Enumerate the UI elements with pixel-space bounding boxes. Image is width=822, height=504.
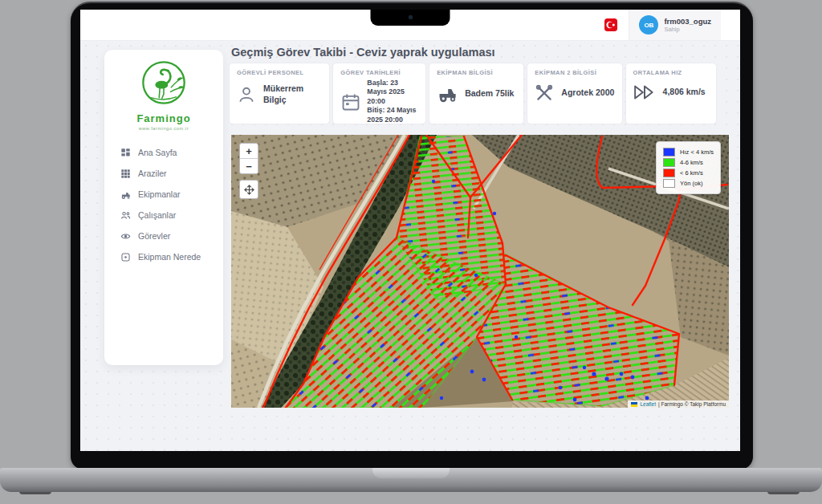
legend-swatch-blue: [663, 148, 675, 156]
card-value: Mükerrem Bilgiç: [263, 83, 322, 105]
workers-icon: [120, 210, 131, 221]
legend-row-fast: < 6 km/s: [663, 168, 714, 178]
satellite-tracks-art: [231, 135, 729, 408]
sidebar-item-label: Ekipmanlar: [138, 189, 181, 199]
camera-notch: [371, 10, 450, 26]
card-value: Agrotek 2000: [561, 87, 614, 99]
card-ekipman-2-bilgisi: EKİPMAN 2 BİLGİSİ Agrotek 2000: [527, 63, 622, 124]
app-screen: OB frm003_oguz Sahip: [80, 10, 740, 451]
flamingo-logo-icon: [139, 58, 189, 108]
sidebar-item-label: Araziler: [138, 169, 167, 178]
sidebar-item-ana-sayfa[interactable]: Ana Sayfa: [104, 142, 223, 163]
legend-row-normal: 4-6 km/s: [663, 157, 714, 168]
tractor-icon: [120, 189, 131, 200]
speed-icon: [633, 83, 656, 101]
locate-frame-icon: [120, 252, 131, 262]
fields-grid-icon: [120, 169, 131, 179]
card-gorev-tarihleri: GÖREV TARİHLERİ Başla: 23 Mayıs 2025 20:…: [332, 63, 426, 124]
sidebar-item-label: Ekipman Nerede: [138, 252, 201, 262]
sidebar-item-ekipman-nerede[interactable]: Ekipman Nerede: [104, 246, 223, 267]
card-ekipman-bilgisi: EKİPMAN BİLGİSİ Badem 75lik: [429, 63, 524, 124]
zoom-out-button[interactable]: −: [240, 159, 258, 173]
map-attribution: Leaflet | Farmingo © Takip Platformu: [628, 400, 729, 408]
card-value: 4,806 km/s: [663, 87, 706, 98]
card-label: GÖREVLİ PERSONEL: [237, 69, 322, 76]
sidebar-nav: Ana Sayfa Araziler Ekipmanlar: [104, 142, 223, 267]
sidebar: Farmingo www.farmingo.com.tr Ana Sayfa: [104, 50, 223, 365]
page-title: Geçmiş Görev Takibi - Ceviz yaprak uygul…: [231, 46, 495, 59]
map-zoom-control: + −: [239, 143, 258, 174]
locate-button[interactable]: [239, 180, 258, 199]
map-canvas[interactable]: + − Hız < 4 km/s 4-6 km/s: [231, 135, 729, 408]
info-cards: GÖREVLİ PERSONEL Mükerrem Bilgiç GÖREV T…: [229, 63, 717, 124]
calendar-icon: [340, 91, 361, 112]
legend-row-slow: Hız < 4 km/s: [663, 147, 714, 157]
zoom-in-button[interactable]: +: [240, 144, 258, 159]
card-value: Başla: 23 Mayıs 2025 20:00: [367, 79, 418, 106]
tools-icon: [535, 83, 554, 103]
user-role: Sahip: [664, 26, 711, 33]
card-label: ORTALAMA HIZ: [633, 69, 709, 76]
map-legend: Hız < 4 km/s 4-6 km/s < 6 km/s Yön (ok): [656, 141, 721, 194]
sidebar-item-calisanlar[interactable]: Çalışanlar: [104, 205, 223, 226]
sidebar-item-label: Çalışanlar: [138, 210, 176, 220]
legend-swatch-white: [663, 179, 675, 188]
brand-logo[interactable]: Farmingo www.farmingo.com.tr: [104, 50, 223, 131]
legend-swatch-green: [663, 158, 675, 167]
legend-swatch-red: [663, 169, 675, 177]
card-label: EKİPMAN 2 BİLGİSİ: [535, 69, 614, 76]
avatar[interactable]: OB: [639, 15, 658, 35]
brand-name: Farmingo: [104, 112, 223, 124]
webcam-icon: [409, 15, 413, 19]
laptop-mockup: OB frm003_oguz Sahip: [0, 0, 822, 504]
card-label: GÖREV TARİHLERİ: [340, 69, 418, 76]
person-icon: [237, 85, 256, 104]
brand-url: www.farmingo.com.tr: [104, 126, 223, 131]
tractor-icon: [437, 83, 458, 104]
card-value: Badem 75lik: [465, 88, 514, 100]
home-grid-icon: [120, 148, 131, 158]
legend-row-direction: Yön (ok): [663, 178, 714, 189]
sidebar-item-araziler[interactable]: Araziler: [104, 163, 223, 184]
user-menu[interactable]: OB frm003_oguz Sahip: [629, 10, 721, 40]
sidebar-item-label: Ana Sayfa: [138, 148, 177, 157]
card-label: EKİPMAN BİLGİSİ: [437, 69, 516, 76]
card-ortalama-hiz: ORTALAMA HIZ 4,806 km/s: [625, 63, 717, 124]
sidebar-item-ekipmanlar[interactable]: Ekipmanlar: [104, 184, 223, 205]
attribution-text: | Farmingo © Takip Platformu: [658, 401, 726, 407]
card-gorevli-personel: GÖREVLİ PERSONEL Mükerrem Bilgiç: [229, 63, 330, 124]
lid-opening-notch: [372, 468, 450, 478]
content-area: Farmingo www.farmingo.com.tr Ana Sayfa: [80, 40, 740, 451]
sidebar-item-label: Görevler: [138, 231, 170, 241]
sidebar-item-gorevler[interactable]: Görevler: [104, 226, 223, 246]
laptop-base: [0, 468, 822, 492]
move-icon: [244, 185, 254, 195]
leaflet-link[interactable]: Leaflet: [640, 401, 656, 407]
username: frm003_oguz: [664, 17, 711, 26]
card-value-2: Bitiş: 24 Mayıs 2025 20:00: [367, 106, 418, 124]
ukraine-flag-icon: [631, 402, 637, 407]
eye-icon: [120, 231, 131, 242]
turkish-flag-icon[interactable]: [604, 18, 617, 31]
